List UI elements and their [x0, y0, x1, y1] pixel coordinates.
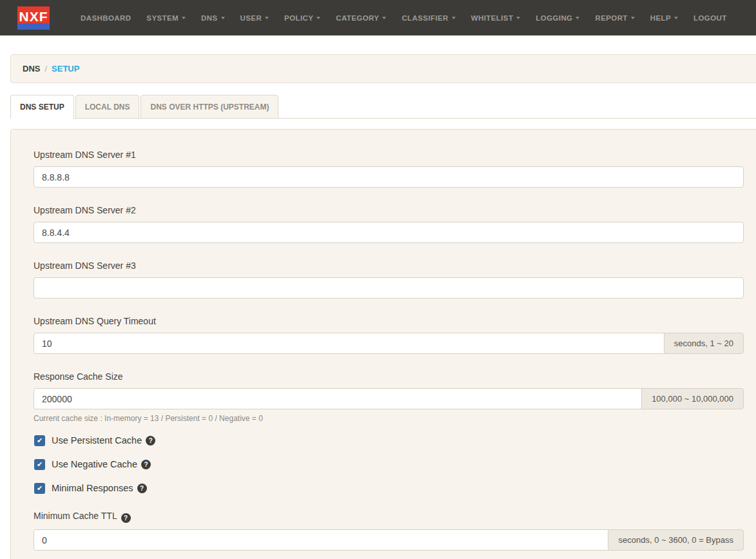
minimal-responses-label: Minimal Responses	[52, 483, 133, 493]
query-timeout-unit-addon: seconds, 1 ~ 20	[664, 333, 744, 354]
cache-size-group: Response Cache Size 100,000 ~ 10,000,000…	[34, 371, 744, 423]
caret-down-icon	[631, 17, 635, 19]
cache-size-range-addon: 100,000 ~ 10,000,000	[641, 388, 744, 409]
min-cache-ttl-group: Minimum Cache TTL? seconds, 0 ~ 3600, 0 …	[34, 511, 744, 551]
min-cache-ttl-input[interactable]	[34, 529, 608, 551]
nxf-logo[interactable]: NXF	[17, 6, 50, 30]
menu-item-user[interactable]: USER	[233, 0, 277, 35]
caret-down-icon	[221, 17, 225, 19]
min-cache-ttl-label: Minimum Cache TTL?	[34, 511, 744, 523]
negative-cache-checkbox[interactable]: ✔	[34, 459, 45, 470]
caret-down-icon	[452, 17, 456, 19]
persistent-cache-checkbox[interactable]: ✔	[34, 435, 45, 446]
main-menu: DASHBOARD SYSTEM DNS USER POLICY CATEGOR…	[73, 0, 735, 35]
menu-item-logout[interactable]: LOGOUT	[686, 0, 735, 35]
negative-cache-label: Use Negative Cache	[52, 459, 137, 469]
upstream-dns-2-group: Upstream DNS Server #2	[34, 205, 744, 243]
caret-down-icon	[316, 17, 320, 19]
caret-down-icon	[265, 17, 269, 19]
top-navbar: NXF DASHBOARD SYSTEM DNS USER POLICY CAT…	[0, 0, 756, 35]
breadcrumb-separator: /	[44, 64, 47, 74]
dns-tabs: DNS SETUP LOCAL DNS DNS OVER HTTPS (UPST…	[10, 95, 756, 119]
breadcrumb-section[interactable]: DNS	[23, 64, 40, 74]
upstream-dns-3-group: Upstream DNS Server #3	[34, 260, 744, 299]
menu-item-category[interactable]: CATEGORY	[328, 0, 394, 35]
minimal-responses-help-icon[interactable]: ?	[137, 484, 147, 493]
minimal-responses-row: ✔ Minimal Responses ?	[34, 482, 744, 494]
minimal-responses-checkbox[interactable]: ✔	[34, 483, 45, 494]
persistent-cache-label: Use Persistent Cache	[52, 435, 142, 446]
min-cache-ttl-help-icon[interactable]: ?	[121, 513, 131, 523]
tab-dns-setup[interactable]: DNS SETUP	[10, 95, 74, 119]
query-timeout-label: Upstream DNS Query Timeout	[34, 316, 744, 326]
upstream-dns-3-label: Upstream DNS Server #3	[34, 260, 744, 271]
menu-item-report[interactable]: REPORT	[587, 0, 642, 35]
menu-item-dashboard[interactable]: DASHBOARD	[73, 0, 139, 35]
breadcrumb: DNS/SETUP	[10, 54, 756, 83]
current-cache-size-note: Current cache size : In-memory = 13 / Pe…	[34, 414, 744, 423]
upstream-dns-3-input[interactable]	[34, 277, 744, 299]
checkmark-icon: ✔	[37, 436, 43, 444]
cache-size-input[interactable]	[34, 388, 642, 409]
upstream-dns-1-input[interactable]	[34, 166, 744, 188]
upstream-dns-1-label: Upstream DNS Server #1	[34, 150, 744, 160]
menu-item-classifier[interactable]: CLASSIFIER	[394, 0, 463, 35]
caret-down-icon	[516, 17, 520, 19]
persistent-cache-row: ✔ Use Persistent Cache ?	[34, 435, 744, 446]
upstream-dns-1-group: Upstream DNS Server #1	[34, 150, 744, 188]
menu-item-help[interactable]: HELP	[643, 0, 686, 35]
upstream-dns-2-input[interactable]	[34, 222, 744, 243]
tab-local-dns[interactable]: LOCAL DNS	[75, 95, 140, 119]
min-cache-ttl-unit-addon: seconds, 0 ~ 3600, 0 = Bypass	[608, 529, 744, 551]
menu-item-system[interactable]: SYSTEM	[139, 0, 193, 35]
negative-cache-help-icon[interactable]: ?	[141, 460, 151, 469]
caret-down-icon	[182, 17, 186, 19]
breadcrumb-page[interactable]: SETUP	[52, 64, 79, 74]
tab-dns-over-https[interactable]: DNS OVER HTTPS (UPSTREAM)	[141, 95, 278, 119]
dns-setup-panel: Upstream DNS Server #1 Upstream DNS Serv…	[10, 129, 756, 559]
upstream-dns-2-label: Upstream DNS Server #2	[34, 205, 744, 215]
caret-down-icon	[382, 17, 386, 19]
menu-item-dns[interactable]: DNS	[193, 0, 232, 35]
query-timeout-input[interactable]	[34, 333, 664, 354]
cache-size-label: Response Cache Size	[34, 371, 744, 382]
persistent-cache-help-icon[interactable]: ?	[146, 436, 155, 446]
checkmark-icon: ✔	[37, 484, 43, 492]
checkmark-icon: ✔	[37, 460, 43, 468]
query-timeout-group: Upstream DNS Query Timeout seconds, 1 ~ …	[34, 316, 744, 354]
menu-item-whitelist[interactable]: WHITELIST	[463, 0, 528, 35]
menu-item-policy[interactable]: POLICY	[276, 0, 328, 35]
menu-item-logging[interactable]: LOGGING	[528, 0, 587, 35]
caret-down-icon	[576, 17, 579, 19]
negative-cache-row: ✔ Use Negative Cache ?	[34, 458, 744, 470]
caret-down-icon	[674, 17, 678, 19]
